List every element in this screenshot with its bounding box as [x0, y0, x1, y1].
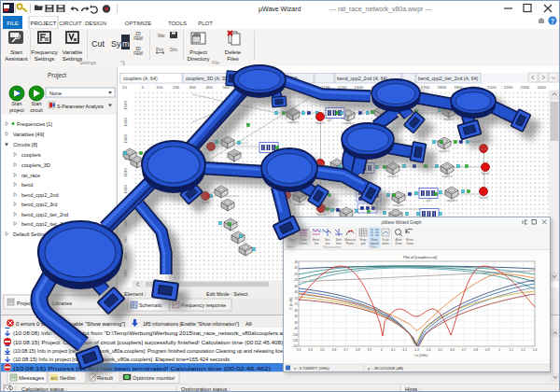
svg-text:-75: -75 [294, 302, 299, 306]
svg-text:(10:08:15) Info in project [r: (10:08:15) Info in project [rat_race_net… [13, 348, 283, 354]
svg-text:ewgd4-n: ewgd4-n [443, 118, 455, 121]
svg-text:FILE: FILE [7, 21, 19, 26]
svg-text:-95: -95 [294, 327, 299, 330]
svg-text:ewgd4-n: ewgd4-n [439, 149, 450, 153]
svg-text:200: 200 [173, 85, 180, 90]
svg-text:Zoom: Zoom [406, 242, 413, 245]
svg-text:4.5: 4.5 [439, 348, 443, 352]
svg-text:5: 5 [498, 348, 500, 352]
svg-text:10: 10 [122, 85, 127, 90]
svg-text:-85: -85 [294, 315, 299, 318]
svg-text:700: 700 [256, 85, 263, 90]
svg-text:Plot of [couplers.cal]: Plot of [couplers.cal] [403, 255, 437, 259]
svg-text:rat_race (A; 64): rat_race (A; 64) [264, 76, 298, 81]
svg-text:ewgd4-n: ewgd4-n [294, 203, 305, 206]
svg-text:Netlist: Netlist [60, 375, 76, 381]
svg-text:2300: 2300 [521, 85, 530, 90]
svg-text:ewgd4-n: ewgd4-n [287, 120, 299, 124]
svg-text:Default Settings [Project]: Default Settings [Project] [13, 231, 70, 237]
svg-text:ewgd4-n: ewgd4-n [375, 119, 386, 122]
svg-text:5.2: 5.2 [521, 348, 525, 352]
svg-text:600: 600 [123, 253, 128, 260]
svg-text:(10:08:16) Process [64 Bit] h: (10:08:16) Process [64 Bit] has been ter… [13, 366, 271, 371]
svg-text:300: 300 [189, 85, 197, 90]
svg-text:-40: -40 [294, 260, 299, 264]
svg-text:Libraries: Libraries [52, 301, 72, 306]
svg-text:2000: 2000 [470, 85, 480, 90]
svg-text:1800: 1800 [438, 85, 447, 90]
svg-text:Start: Start [32, 101, 43, 106]
svg-text:4.4: 4.4 [427, 348, 431, 352]
svg-text:?: ? [551, 18, 554, 24]
svg-text:(10:08:08) Info: - Loadi: (10:08:08) Info: - Loading plot from "D:… [13, 330, 284, 336]
svg-text:Frequencies [1]: Frequencies [1] [17, 121, 52, 127]
svg-text:Frequency response: Frequency response [181, 302, 226, 308]
svg-text:(10:08:15) Info in project [r: (10:08:15) Info in project [rat_race_net… [13, 357, 230, 362]
svg-text:MTL: MTL [51, 376, 60, 381]
svg-text:Element :: Element : [124, 291, 147, 297]
svg-text:Chart: Chart [288, 238, 296, 242]
svg-text:bend_cpp2_2nd: bend_cpp2_2nd [21, 192, 58, 198]
svg-text:Optimize monitor: Optimize monitor [133, 375, 175, 381]
svg-text:Nport4: Nport4 [479, 147, 487, 151]
svg-text:1000: 1000 [123, 185, 128, 194]
svg-text:1400: 1400 [123, 118, 128, 127]
svg-text:-105: -105 [292, 339, 298, 343]
svg-text:µWave Wizard Graph: µWave Wizard Graph [382, 220, 422, 225]
svg-text:3.5: 3.5 [320, 348, 325, 352]
svg-text:-60: -60 [294, 285, 299, 288]
svg-text:1600: 1600 [404, 85, 413, 90]
svg-text:5.1: 5.1 [509, 348, 513, 352]
svg-text:Project: Project [48, 72, 66, 79]
svg-text:4.6: 4.6 [450, 348, 455, 352]
svg-text:Calculation status :: Calculation status : [21, 386, 67, 392]
svg-text:CIRCUIT: CIRCUIT [59, 21, 82, 26]
svg-text:900: 900 [289, 85, 297, 90]
svg-text:TOOLS: TOOLS [168, 21, 187, 26]
svg-text:1100: 1100 [123, 168, 128, 177]
svg-text:Schematic: Schematic [139, 302, 162, 308]
svg-text:grid: grid [360, 242, 365, 245]
svg-text:1500: 1500 [387, 85, 397, 90]
svg-text:Edit Mode : Select: Edit Mode : Select [206, 291, 248, 297]
svg-text:Hints :: Hints : [405, 386, 421, 392]
svg-text:cpl2: cpl2 [426, 199, 431, 203]
svg-text:PROJECT: PROJECT [30, 21, 56, 26]
svg-text:--- rat_race_network_v80a.wwpr: --- rat_race_network_v80a.wwpr --- [329, 6, 432, 13]
svg-text:couplers_3D (A; 3D; 64): couplers_3D (A; 3D; 64) [186, 76, 238, 81]
svg-text:rat_race: rat_race [21, 173, 40, 178]
svg-text:y : -38.0210308 (dB): y : -38.0210308 (dB) [368, 366, 404, 371]
svg-text:4.7: 4.7 [462, 348, 467, 352]
svg-text:-65: -65 [294, 290, 299, 294]
svg-text:3.8: 3.8 [356, 348, 360, 352]
svg-text:Nport5: Nport5 [481, 172, 489, 175]
svg-text:400: 400 [206, 85, 214, 90]
svg-text:4.3: 4.3 [414, 348, 419, 352]
svg-text:500: 500 [123, 270, 128, 277]
svg-text:Result: Result [97, 375, 113, 381]
svg-text:ewgd4-n: ewgd4-n [343, 121, 354, 125]
svg-text:3.6: 3.6 [332, 348, 337, 352]
svg-text:bend_cpp2_3rd: bend_cpp2_3rd [21, 202, 57, 207]
svg-text:FEM: FEM [133, 36, 143, 41]
svg-text:line: line [315, 242, 319, 245]
svg-text:3.9: 3.9 [368, 348, 372, 352]
svg-text:labels: labels [382, 242, 389, 245]
svg-text:Optimization status :: Optimization status : [181, 386, 231, 392]
svg-text:Dim: Dim [170, 48, 177, 52]
svg-text:x : 3.7068877 (GHz): x : 3.7068877 (GHz) [294, 366, 329, 371]
svg-text:1200: 1200 [338, 85, 347, 90]
svg-text:800: 800 [273, 85, 280, 90]
svg-text:Start: Start [12, 101, 23, 106]
svg-text:1100: 1100 [321, 85, 330, 90]
svg-text:couplers: couplers [21, 152, 41, 158]
svg-text:-55: -55 [294, 278, 299, 282]
svg-text:All: All [245, 321, 252, 327]
svg-text:bend_cpp2_iter_2nd (A; 64): bend_cpp2_iter_2nd (A; 64) [418, 76, 479, 81]
svg-text:Variables [49]: Variables [49] [13, 132, 45, 137]
svg-text:Circuits [8]: Circuits [8] [13, 142, 37, 147]
svg-text:ewgd4-n: ewgd4-n [446, 199, 457, 203]
svg-text:µWave Wizard: µWave Wizard [259, 6, 301, 13]
svg-text:900: 900 [123, 203, 128, 210]
svg-text:500: 500 [222, 85, 230, 90]
